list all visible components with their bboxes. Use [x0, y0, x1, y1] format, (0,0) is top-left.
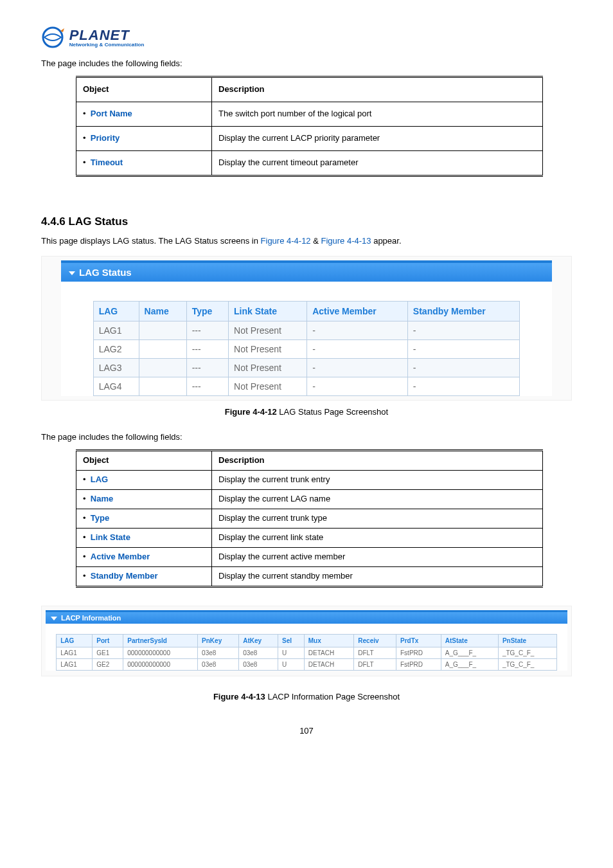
object-desc: The switch port number of the logical po… — [212, 102, 543, 127]
table-row: • Standby MemberDisplay the current stan… — [76, 567, 543, 587]
lacp-info-table: LAG Port PartnerSysId PnKey AtKey Sel Mu… — [56, 634, 557, 671]
table-row: • Port Name The switch port number of th… — [76, 102, 543, 127]
col-name: Name — [139, 302, 186, 321]
table-row: • NameDisplay the current LAG name — [76, 490, 543, 509]
section-heading: 4.4.6 LAG Status — [41, 215, 572, 228]
object-desc: Display the current timeout parameter — [212, 151, 543, 176]
object-desc: Display the current LACP priority parame… — [212, 127, 543, 151]
logo: PLANET Networking & Communication — [41, 26, 572, 51]
figure-link-1[interactable]: Figure 4-4-12 — [261, 236, 311, 246]
col-description: Description — [212, 451, 543, 471]
table-row: LAG1 --- Not Present - - — [93, 321, 520, 340]
col-description: Description — [212, 77, 543, 102]
col-type: Type — [186, 302, 228, 321]
col-link-state: Link State — [229, 302, 307, 321]
section-text: This page displays LAG status. The LAG S… — [41, 236, 572, 246]
page-number: 107 — [41, 726, 572, 736]
object-name: Timeout — [91, 158, 123, 167]
intro-text-2: The page includes the following fields: — [41, 432, 572, 442]
col-lag: LAG — [93, 302, 139, 321]
table-row: LAG4 --- Not Present - - — [93, 377, 520, 396]
chevron-down-icon — [69, 271, 75, 275]
lag-status-table: LAG Name Type Link State Active Member S… — [93, 301, 520, 396]
logo-title: PLANET — [69, 29, 145, 42]
col-object: Object — [76, 77, 212, 102]
table-row: • Timeout Display the current timeout pa… — [76, 151, 543, 176]
object-name: Port Name — [91, 109, 132, 118]
table-row: • TypeDisplay the current trunk type — [76, 509, 543, 529]
panel-header[interactable]: LAG Status — [61, 263, 552, 282]
table-row: • Active MemberDisplay the current activ… — [76, 548, 543, 567]
table-row: LAG1 GE1 000000000000 03e8 03e8 U DETACH… — [57, 647, 557, 659]
table-row: • LAGDisplay the current trunk entry — [76, 471, 543, 490]
figure-link-2[interactable]: Figure 4-4-13 — [321, 236, 371, 246]
panel-header[interactable]: LACP Information — [46, 612, 567, 624]
fields-table-1: Object Description • Port Name The switc… — [76, 76, 543, 177]
logo-subtitle: Networking & Communication — [69, 42, 145, 48]
table-row: • Priority Display the current LACP prio… — [76, 127, 543, 151]
table-row: LAG1 GE2 000000000000 03e8 03e8 U DETACH… — [57, 659, 557, 671]
globe-icon — [41, 26, 64, 51]
table-row: LAG3 --- Not Present - - — [93, 359, 520, 377]
lacp-info-panel: LACP Information LAG Port PartnerSysId P… — [41, 606, 572, 676]
col-object: Object — [76, 451, 212, 471]
svg-point-0 — [43, 28, 62, 47]
figure-caption-1: Figure 4-4-12 LAG Status Page Screenshot — [41, 407, 572, 417]
table-row: LAG2 --- Not Present - - — [93, 340, 520, 359]
chevron-down-icon — [51, 617, 57, 620]
col-standby-member: Standby Member — [407, 302, 519, 321]
col-active-member: Active Member — [307, 302, 408, 321]
figure-caption-2: Figure 4-4-13 LACP Information Page Scre… — [41, 692, 572, 701]
intro-text-1: The page includes the following fields: — [41, 59, 572, 68]
logo-text: PLANET Networking & Communication — [69, 29, 145, 48]
object-name: Priority — [91, 133, 120, 143]
fields-table-2: Object Description • LAGDisplay the curr… — [76, 449, 543, 588]
table-row: • Link StateDisplay the current link sta… — [76, 529, 543, 548]
lag-status-panel: LAG Status LAG Name Type Link State Acti… — [41, 256, 572, 401]
